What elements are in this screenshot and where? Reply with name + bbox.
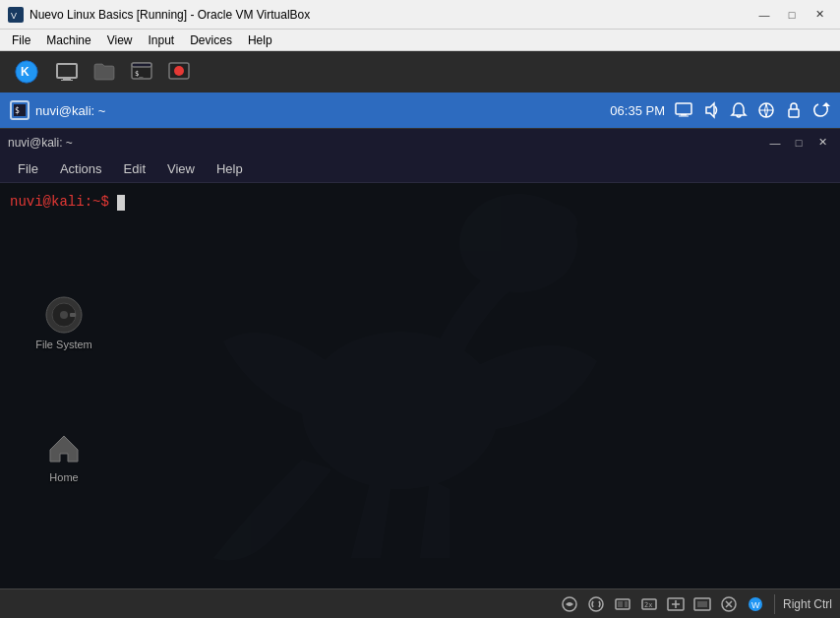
kali-toolbar-btn[interactable]: K: [6, 55, 47, 89]
screen-icon: [55, 60, 79, 84]
svg-point-11: [174, 66, 184, 76]
term-maximize-btn[interactable]: □: [789, 135, 809, 151]
notification-status-icon: [730, 101, 748, 119]
terminal-icon: $_: [130, 60, 153, 84]
hdd-icon: [44, 295, 84, 335]
prompt-path: :~$: [85, 193, 109, 213]
svg-point-29: [589, 597, 603, 611]
tray-icon-8[interactable]: W: [745, 593, 766, 615]
clock: 06:35 PM: [610, 103, 665, 118]
menu-input[interactable]: Input: [141, 31, 183, 49]
kali-watermark: [0, 183, 840, 588]
display-status-icon: [675, 101, 692, 119]
svg-text:V: V: [11, 11, 17, 21]
screen-toolbar-btn[interactable]: [49, 55, 85, 89]
terminal-prompt-area: nuvi@kali:~$: [0, 183, 840, 222]
vbox-toolbar: K $_: [0, 51, 840, 93]
kali-dragon-svg: [174, 164, 666, 588]
filesystem-label: File System: [35, 339, 91, 350]
svg-text:K: K: [21, 65, 30, 79]
home-icon-img: [44, 428, 84, 467]
home-svg-icon: [46, 430, 82, 465]
svg-text:$: $: [15, 106, 20, 115]
svg-rect-31: [618, 601, 623, 607]
tray-icon-4[interactable]: 2x: [638, 593, 660, 615]
filesystem-icon-img: [44, 295, 84, 335]
terminal-prompt: nuvi@kali:~$: [10, 193, 830, 213]
svg-rect-15: [681, 114, 687, 116]
refresh-status-icon: [812, 101, 830, 119]
terminal-desktop-area: File System Home nuvi@kali:~$: [0, 183, 840, 588]
svg-rect-6: [61, 80, 73, 81]
svg-text:2x: 2x: [644, 601, 652, 609]
close-button[interactable]: ✕: [807, 5, 832, 25]
tray-icon-3[interactable]: [612, 593, 633, 615]
tray-icon5: [667, 595, 685, 613]
red-toolbar-btn[interactable]: [161, 55, 197, 89]
svg-rect-37: [697, 601, 707, 607]
system-tray: 2x W: [559, 593, 766, 615]
home-icon[interactable]: Home: [30, 424, 98, 487]
terminal-small-icon: $: [14, 104, 26, 116]
svg-rect-4: [57, 64, 77, 78]
svg-rect-32: [625, 601, 628, 607]
vm-area: $ nuvi@kali: ~ 06:35 PM nuvi@kali: ~: [0, 93, 840, 588]
tray-icon7: [720, 595, 738, 613]
win-taskbar: 2x W Right Ctrl: [0, 588, 840, 618]
menu-view[interactable]: View: [99, 31, 141, 49]
svg-rect-16: [679, 116, 689, 117]
terminal-cursor: [117, 195, 125, 211]
tray-icon-2[interactable]: [585, 593, 607, 615]
vm-status-bar: $ nuvi@kali: ~ 06:35 PM: [0, 93, 840, 128]
prompt-user: nuvi@kali: [10, 193, 85, 213]
svg-text:$_: $_: [135, 70, 144, 78]
term-minimize-btn[interactable]: —: [765, 135, 785, 151]
win-titlebar: V Nuevo Linux Basics [Running] - Oracle …: [0, 0, 840, 30]
lock-status-icon: [785, 101, 803, 119]
svg-point-26: [60, 311, 68, 319]
terminal-status-icon: $: [10, 100, 30, 120]
svg-text:W: W: [751, 600, 760, 610]
term-close-btn[interactable]: ✕: [812, 135, 832, 151]
tray-vm-icon: [614, 595, 631, 613]
tray-icon-5[interactable]: [665, 593, 687, 615]
terminal-toolbar-btn[interactable]: $_: [124, 55, 159, 89]
status-left: $ nuvi@kali: ~: [10, 100, 105, 120]
vbox-icon: V: [8, 7, 24, 23]
filemanager-toolbar-btn[interactable]: [87, 55, 122, 89]
app-window: V Nuevo Linux Basics [Running] - Oracle …: [0, 0, 840, 618]
tray-icon-1[interactable]: [559, 593, 580, 615]
tray-icon6: [693, 595, 711, 613]
tray-icon4: 2x: [640, 595, 658, 613]
right-ctrl-label: Right Ctrl: [783, 597, 832, 611]
win-controls: — □ ✕: [751, 5, 832, 25]
kali-icon: K: [15, 60, 38, 84]
menu-help[interactable]: Help: [240, 31, 280, 49]
term-titlebar: nuvi@kali: ~ — □ ✕: [0, 128, 840, 155]
term-title: nuvi@kali: ~: [8, 136, 73, 150]
term-menu-file[interactable]: File: [8, 158, 48, 179]
audio-status-icon: [702, 101, 720, 119]
filesystem-icon[interactable]: File System: [30, 291, 98, 354]
folder-icon: [92, 60, 116, 84]
term-menu-actions[interactable]: Actions: [50, 158, 112, 179]
minimize-button[interactable]: —: [751, 5, 777, 25]
record-icon: [167, 60, 191, 84]
term-menu-edit[interactable]: Edit: [114, 158, 155, 179]
tray-network-icon: [561, 595, 578, 613]
status-right: 06:35 PM: [610, 101, 830, 119]
menu-devices[interactable]: Devices: [182, 31, 240, 49]
tray-icon8: W: [747, 595, 764, 613]
taskbar-separator: [774, 594, 775, 614]
home-label: Home: [49, 471, 78, 483]
titlebar-left: V Nuevo Linux Basics [Running] - Oracle …: [8, 7, 310, 23]
menu-file[interactable]: File: [4, 31, 38, 49]
vm-window-title: nuvi@kali: ~: [35, 103, 105, 118]
tray-icon-7[interactable]: [718, 593, 740, 615]
term-window-controls: — □ ✕: [765, 135, 832, 151]
tray-icon-6[interactable]: [691, 593, 713, 615]
maximize-button[interactable]: □: [779, 5, 805, 25]
window-title: Nuevo Linux Basics [Running] - Oracle VM…: [30, 8, 310, 22]
network-status-icon: [757, 101, 775, 119]
menu-machine[interactable]: Machine: [38, 31, 98, 49]
